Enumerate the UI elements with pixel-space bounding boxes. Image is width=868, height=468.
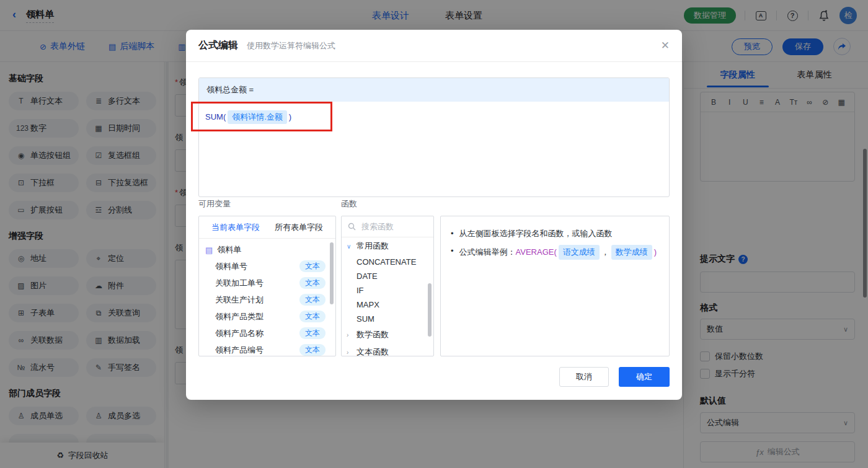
- help-comma: ，: [601, 247, 609, 257]
- modal-header: 公式编辑 使用数学运算符编辑公式 ✕: [186, 30, 682, 62]
- function-group-label: 文本函数: [356, 347, 389, 356]
- chevron-right-icon: ›: [347, 349, 353, 356]
- variable-row-领料单号[interactable]: 领料单号文本: [199, 258, 335, 275]
- modal-title: 公式编辑: [198, 39, 238, 52]
- variable-row-领料产品名称[interactable]: 领料产品名称文本: [199, 325, 335, 342]
- cancel-button[interactable]: 取消: [559, 367, 609, 387]
- chevron-down-icon: ∨: [347, 243, 353, 250]
- variable-name: 关联生产计划: [215, 294, 264, 306]
- variable-row-关联加工单号[interactable]: 关联加工单号文本: [199, 275, 335, 291]
- variable-type-badge: 文本: [299, 294, 326, 306]
- formula-modal: 公式编辑 使用数学运算符编辑公式 ✕ 领料总金额 = SUM(领料详情.金额) …: [186, 30, 682, 400]
- help-box: • 从左侧面板选择字段名和函数，或输入函数 • 公式编辑举例：AVERAGE(语…: [440, 216, 670, 356]
- help-line-1: • 从左侧面板选择字段名和函数，或输入函数: [451, 227, 659, 240]
- functions-box: ∨常用函数CONCATENATEDATEIFMAPXSUM›数学函数›文本函数: [341, 216, 434, 356]
- variables-scrollbar[interactable]: [330, 242, 334, 304]
- bullet-icon: •: [451, 245, 454, 260]
- variable-name: 领料产品名称: [215, 328, 264, 339]
- function-group-label: 常用函数: [356, 241, 389, 252]
- function-group-label: 数学函数: [356, 329, 389, 340]
- function-group-数学函数[interactable]: ›数学函数: [342, 326, 433, 343]
- search-icon: [348, 223, 356, 231]
- form-root-label: 领料单: [217, 244, 241, 255]
- variable-row-领料产品类型[interactable]: 领料产品类型文本: [199, 308, 335, 325]
- search-input[interactable]: [360, 221, 422, 232]
- help-text-2: 公式编辑举例：AVERAGE(语文成绩，数学成绩): [459, 245, 657, 260]
- variable-name: 领料单号: [215, 261, 247, 272]
- confirm-button[interactable]: 确定: [619, 367, 670, 387]
- functions-scrollbar[interactable]: [428, 283, 432, 337]
- form-tree-root[interactable]: ▤ 领料单: [199, 239, 335, 258]
- variables-box: 当前表单字段所有表单字段 ▤ 领料单 领料单号文本关联加工单号文本关联生产计划文…: [198, 216, 336, 356]
- function-item-MAPX[interactable]: MAPX: [342, 298, 433, 312]
- variable-name: 领料产品类型: [215, 311, 264, 322]
- variables-tab-所有表单字段[interactable]: 所有表单字段: [275, 222, 323, 233]
- formula-func-close: ): [289, 112, 291, 121]
- help-example-func: AVERAGE(: [516, 247, 557, 257]
- function-item-IF[interactable]: IF: [342, 283, 433, 298]
- form-doc-icon: ▤: [205, 245, 213, 255]
- modal-subtitle: 使用数学运算符编辑公式: [247, 40, 335, 51]
- function-group-常用函数[interactable]: ∨常用函数: [342, 237, 433, 255]
- variable-name: 关联加工单号: [215, 278, 264, 289]
- formula-editor: 领料总金额 = SUM(领料详情.金额): [198, 77, 670, 197]
- function-item-SUM[interactable]: SUM: [342, 312, 433, 326]
- variable-type-badge: 文本: [299, 277, 326, 289]
- app-root: ‹ 领料单 表单设计表单设置 数据管理 A ? 检 ⊘表单外链▤后端脚本▥数据权…: [0, 0, 868, 468]
- bullet-icon: •: [451, 227, 454, 240]
- variable-type-badge: 文本: [299, 344, 326, 356]
- variable-type-badge: 文本: [299, 311, 326, 322]
- function-search: [342, 216, 433, 237]
- variables-tab-当前表单字段[interactable]: 当前表单字段: [211, 222, 260, 233]
- help-text-1: 从左侧面板选择字段名和函数，或输入函数: [459, 227, 613, 240]
- formula-func-open: SUM(: [205, 112, 226, 121]
- close-icon[interactable]: ✕: [661, 39, 670, 52]
- functions-label: 函数: [341, 198, 357, 210]
- variables-label: 可用变量: [198, 198, 231, 210]
- formula-input[interactable]: SUM(领料详情.金额): [199, 102, 669, 133]
- function-item-DATE[interactable]: DATE: [342, 269, 433, 283]
- formula-target: 领料总金额 =: [199, 78, 669, 102]
- variable-row-领料产品编号[interactable]: 领料产品编号文本: [199, 342, 335, 356]
- variables-tabs: 当前表单字段所有表单字段: [199, 216, 335, 239]
- help-example-prefix: 公式编辑举例：: [459, 247, 516, 257]
- variable-type-badge: 文本: [299, 260, 326, 272]
- help-token-1: 语文成绩: [559, 245, 600, 260]
- help-line-2: • 公式编辑举例：AVERAGE(语文成绩，数学成绩): [451, 245, 659, 260]
- help-close-paren: ): [654, 247, 657, 257]
- chevron-right-icon: ›: [347, 332, 353, 338]
- function-item-CONCATENATE[interactable]: CONCATENATE: [342, 255, 433, 269]
- function-group-文本函数[interactable]: ›文本函数: [342, 343, 433, 356]
- modal-footer: 取消 确定: [559, 367, 670, 387]
- variable-type-badge: 文本: [299, 327, 326, 339]
- variable-row-关联生产计划[interactable]: 关联生产计划文本: [199, 291, 335, 308]
- help-token-2: 数学成绩: [611, 245, 652, 260]
- variable-name: 领料产品编号: [215, 345, 264, 356]
- formula-field-token[interactable]: 领料详情.金额: [228, 110, 287, 124]
